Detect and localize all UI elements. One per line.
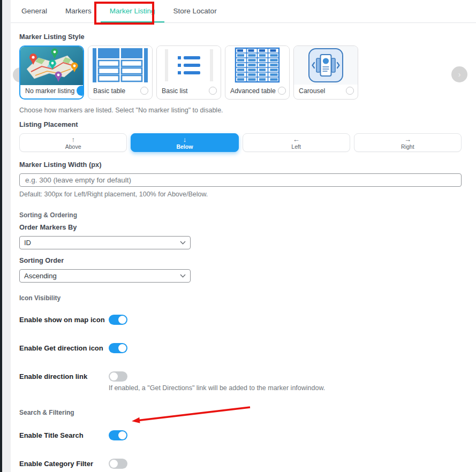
tab-markers[interactable]: Markers [56, 0, 101, 22]
placement-left-button[interactable]: ← Left [243, 133, 350, 152]
placement-label: Below [176, 143, 193, 150]
chevron-right-icon: › [458, 70, 461, 79]
toggle-knob [118, 344, 126, 352]
order-markers-by-select[interactable]: ID [19, 236, 191, 249]
toggle-label: Enable direction link [19, 372, 109, 380]
sorting-order-wrap: Ascending [19, 269, 191, 283]
toggle-knob [110, 460, 118, 468]
show-on-map-toggle[interactable] [109, 315, 127, 325]
direction-link-toggle[interactable] [109, 371, 127, 382]
style-card-label: Basic list [162, 87, 207, 95]
order-markers-by-label: Order Markers By [19, 223, 462, 231]
listing-style-cards: No marker listing [19, 45, 462, 100]
style-radio[interactable] [77, 86, 84, 96]
style-card-label: Advanced table [230, 87, 276, 95]
toggle-label: Enable show on map icon [19, 316, 109, 324]
listing-style-help: Choose how markers are listed. Select "N… [19, 106, 462, 114]
toggle-knob [118, 431, 126, 439]
icon-visibility-section-label: Icon Visibility [19, 294, 462, 302]
settings-tabbar: General Markers Marker Listing Store Loc… [11, 0, 476, 23]
carousel-next-button[interactable]: › [451, 66, 467, 82]
style-card-advanced-table[interactable]: Advanced table [225, 45, 290, 100]
toggle-knob [118, 316, 126, 324]
get-direction-icon-toggle[interactable] [109, 343, 127, 353]
listing-width-label: Marker Listing Width (px) [19, 161, 462, 169]
toggle-row-category-filter: Enable Category Filter [19, 459, 462, 469]
style-radio[interactable] [278, 87, 286, 95]
toggle-label: Enable Category Filter [19, 460, 109, 468]
listing-width-input[interactable] [19, 173, 462, 187]
sorting-order-select[interactable]: Ascending [19, 269, 191, 283]
style-card-label: Carousel [299, 87, 344, 95]
tab-marker-listing[interactable]: Marker Listing [101, 0, 164, 22]
tab-general[interactable]: General [12, 0, 56, 22]
toggle-row-get-direction-icon: Enable Get direction icon [19, 343, 462, 353]
category-filter-toggle[interactable] [109, 459, 127, 469]
map-thumbnail [20, 47, 83, 85]
placement-options: ↑ Above ↓ Below ← Left → Right [19, 133, 462, 152]
advanced-table-icon [225, 46, 289, 85]
basic-list-icon [157, 46, 221, 85]
style-card-label: No marker listing [25, 87, 74, 95]
placement-label: Left [291, 143, 301, 150]
placement-label: Right [401, 143, 414, 150]
style-radio[interactable] [209, 87, 217, 95]
placement-right-button[interactable]: → Right [354, 133, 462, 152]
arrow-left-icon: ← [293, 136, 300, 143]
placement-below-button[interactable]: ↓ Below [131, 133, 238, 152]
style-card-no-marker-listing[interactable]: No marker listing [19, 45, 84, 100]
basic-table-icon [88, 46, 152, 85]
style-card-basic-list[interactable]: Basic list [156, 45, 221, 100]
style-card-carousel[interactable]: Carousel [293, 45, 358, 100]
listing-placement-label: Listing Placement [19, 120, 462, 128]
arrow-up-icon: ↑ [71, 136, 75, 143]
toggle-label: Enable Title Search [19, 431, 109, 439]
order-markers-by-wrap: ID [19, 236, 191, 249]
toggle-label: Enable Get direction icon [19, 344, 109, 352]
arrow-right-icon: → [404, 136, 411, 143]
marker-listing-style-label: Marker Listing Style [19, 33, 462, 41]
toggle-knob [110, 372, 118, 380]
toggle-row-show-on-map: Enable show on map icon [19, 315, 462, 325]
arrow-down-icon: ↓ [183, 136, 187, 143]
style-radio[interactable] [346, 87, 354, 95]
sorting-section-label: Sorting & Ordering [19, 211, 462, 219]
direction-link-help: If enabled, a "Get Directions" link will… [109, 384, 462, 392]
toggle-row-title-search: Enable Title Search [19, 430, 462, 440]
tab-store-locator[interactable]: Store Locator [164, 0, 226, 22]
marker-listing-settings-page: ‹ › General Markers Marker Listing Store… [0, 0, 476, 472]
style-radio[interactable] [140, 87, 148, 95]
search-filtering-section-label: Search & Filtering [19, 409, 462, 416]
carousel-icon [294, 46, 358, 85]
page-gutter [2, 0, 11, 472]
sorting-order-label: Sorting Order [19, 256, 462, 264]
title-search-toggle[interactable] [109, 430, 127, 440]
placement-above-button[interactable]: ↑ Above [19, 133, 127, 152]
toggle-row-direction-link: Enable direction link [19, 371, 462, 382]
style-card-label: Basic table [93, 87, 138, 95]
listing-width-help: Default: 300px for Left/Right placement,… [19, 191, 462, 198]
style-card-basic-table[interactable]: Basic table [88, 45, 153, 100]
placement-label: Above [65, 143, 81, 150]
